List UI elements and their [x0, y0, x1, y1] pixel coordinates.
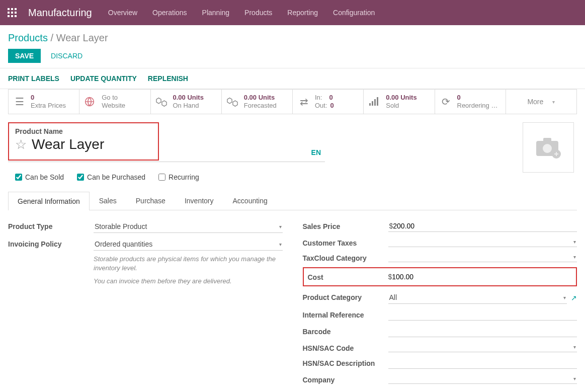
chevron-down-icon: ▾: [573, 344, 576, 350]
discard-button[interactable]: DISCARD: [46, 49, 88, 63]
product-category-select[interactable]: All▾: [388, 291, 567, 304]
save-button[interactable]: SAVE: [8, 49, 41, 63]
stat-reordering[interactable]: ⟳ 0 Reordering …: [435, 90, 506, 114]
svg-rect-13: [377, 97, 378, 106]
stat-buttons: ☰ 0 Extra Prices Go to Website 0.00 Unit…: [8, 89, 577, 114]
product-tabs: General Information Sales Purchase Inven…: [8, 191, 577, 210]
stat-website[interactable]: Go to Website: [79, 90, 150, 114]
cost-input[interactable]: $: [387, 271, 572, 282]
cost-label: Cost: [308, 271, 387, 281]
product-options: Can be Sold Can be Purchased Recurring: [8, 173, 325, 181]
stat-in-out[interactable]: ⇄ In:0 Out:0: [293, 90, 364, 114]
tab-inventory[interactable]: Inventory: [175, 191, 223, 210]
svg-rect-4: [11, 12, 13, 14]
tab-purchase[interactable]: Purchase: [126, 191, 175, 210]
company-select[interactable]: ▾: [388, 374, 577, 384]
chevron-down-icon: ▾: [573, 239, 576, 245]
nav-configuration[interactable]: Configuration: [333, 9, 375, 17]
product-image-upload[interactable]: [523, 122, 574, 173]
print-labels-link[interactable]: PRINT LABELS: [8, 74, 59, 83]
hsn-code-select[interactable]: ▾: [388, 342, 577, 352]
form-body: Product Name ☆ EN Can be Sold Can be Pur…: [0, 114, 585, 392]
breadcrumb: Products / Wear Layer: [0, 25, 585, 49]
svg-rect-8: [15, 15, 17, 17]
svg-rect-0: [8, 8, 10, 10]
can-be-sold-checkbox[interactable]: Can be Sold: [15, 173, 64, 181]
boxes-icon: [227, 97, 239, 107]
invoicing-hint: Storable products are physical items for…: [94, 255, 283, 286]
product-name-box: Product Name ☆: [8, 122, 159, 161]
stat-more[interactable]: More ▾: [506, 90, 576, 114]
product-type-label: Product Type: [8, 220, 94, 230]
favorite-star-icon[interactable]: ☆: [15, 137, 27, 152]
tab-general-information[interactable]: General Information: [8, 192, 90, 210]
company-label: Company: [303, 374, 388, 384]
product-name-label: Product Name: [15, 127, 152, 135]
tab-sales[interactable]: Sales: [90, 191, 126, 210]
external-link-icon[interactable]: ↗: [571, 294, 577, 302]
invoicing-policy-label: Invoicing Policy: [8, 238, 94, 248]
svg-rect-12: [374, 99, 376, 106]
stat-on-hand[interactable]: 0.00 Units On Hand: [151, 90, 222, 114]
barcode-label: Barcode: [303, 326, 388, 336]
left-column: Product Type Storable Product▾ Invoicing…: [8, 220, 283, 389]
product-name-input[interactable]: [32, 136, 142, 152]
taxcloud-select[interactable]: ▾: [388, 252, 577, 262]
taxcloud-label: TaxCloud Category: [303, 252, 388, 262]
svg-point-16: [543, 144, 552, 153]
svg-rect-7: [11, 15, 13, 17]
barcode-input[interactable]: [388, 326, 577, 337]
chevron-down-icon: ▾: [552, 99, 555, 105]
chevron-down-icon: ▾: [279, 242, 282, 247]
internal-reference-input[interactable]: [388, 309, 577, 321]
can-be-purchased-checkbox[interactable]: Can be Purchased: [77, 173, 145, 181]
internal-reference-label: Internal Reference: [303, 309, 388, 319]
update-quantity-link[interactable]: UPDATE QUANTITY: [70, 74, 137, 83]
invoicing-policy-select[interactable]: Ordered quantities▾: [94, 238, 283, 251]
stat-forecasted[interactable]: 0.00 Units Forecasted: [222, 90, 293, 114]
nav-planning[interactable]: Planning: [202, 9, 230, 17]
bars-icon: [369, 97, 381, 106]
language-badge[interactable]: EN: [311, 148, 325, 161]
svg-rect-1: [11, 8, 13, 10]
secondary-actions: PRINT LABELS UPDATE QUANTITY REPLENISH: [0, 68, 585, 89]
svg-rect-2: [15, 8, 17, 10]
replenish-link[interactable]: REPLENISH: [148, 74, 188, 83]
breadcrumb-current: Wear Layer: [56, 32, 108, 43]
chevron-down-icon: ▾: [573, 376, 576, 381]
stat-extra-prices[interactable]: ☰ 0 Extra Prices: [9, 90, 79, 114]
stat-sold[interactable]: 0.00 Units Sold: [364, 90, 435, 114]
action-buttons: SAVE DISCARD: [0, 49, 585, 68]
product-type-select[interactable]: Storable Product▾: [94, 220, 283, 233]
hsn-desc-input[interactable]: [388, 357, 577, 369]
app-title: Manufacturing: [28, 7, 92, 19]
swap-icon: ⇄: [298, 96, 310, 108]
recurring-checkbox[interactable]: Recurring: [158, 173, 199, 181]
chevron-down-icon: ▾: [279, 224, 282, 229]
breadcrumb-parent[interactable]: Products: [8, 32, 48, 43]
svg-rect-10: [369, 103, 371, 106]
tab-accounting[interactable]: Accounting: [223, 191, 277, 210]
svg-rect-5: [15, 12, 17, 14]
right-column: Sales Price $ Customer Taxes ▾ TaxCloud …: [303, 220, 577, 389]
nav-links: Overview Operations Planning Products Re…: [108, 9, 375, 17]
customer-taxes-label: Customer Taxes: [303, 237, 388, 247]
hsn-code-label: HSN/SAC Code: [303, 342, 388, 352]
nav-products[interactable]: Products: [244, 9, 272, 17]
product-category-label: Product Category: [303, 291, 388, 301]
svg-rect-3: [8, 12, 10, 14]
customer-taxes-select[interactable]: ▾: [388, 237, 577, 247]
camera-icon: [533, 135, 563, 160]
svg-rect-6: [8, 15, 10, 17]
globe-icon: [85, 97, 97, 107]
svg-rect-19: [556, 152, 557, 156]
nav-reporting[interactable]: Reporting: [287, 9, 318, 17]
top-nav: Manufacturing Overview Operations Planni…: [0, 0, 585, 25]
sales-price-input[interactable]: $: [388, 220, 577, 232]
refresh-icon: ⟳: [440, 96, 452, 108]
nav-overview[interactable]: Overview: [108, 9, 137, 17]
apps-icon[interactable]: [7, 8, 17, 18]
nav-operations[interactable]: Operations: [152, 9, 187, 17]
sales-price-label: Sales Price: [303, 220, 388, 230]
cost-highlight: Cost $: [303, 267, 577, 286]
